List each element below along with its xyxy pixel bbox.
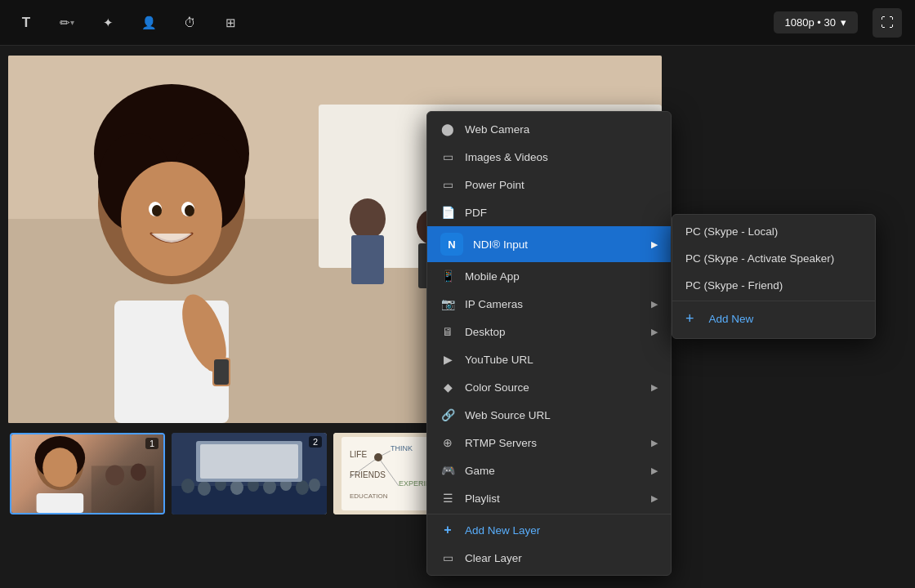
menu-item-playlist[interactable]: ☰ Playlist ▶ (427, 484, 671, 512)
svg-text:FRIENDS: FRIENDS (350, 470, 386, 479)
menu-item-powerpoint[interactable]: ▭ Power Point (427, 171, 671, 198)
svg-point-5 (350, 198, 386, 239)
submenu-item-pc-skype-activate[interactable]: PC (Skype - Activate Speaker) (672, 245, 875, 272)
fullscreen-button[interactable]: ⛶ (873, 8, 902, 38)
svg-point-52 (374, 453, 382, 461)
powerpoint-label: Power Point (465, 179, 658, 191)
mobile-app-icon: 📱 (440, 269, 455, 283)
add-new-label: Add New (709, 313, 754, 325)
ip-cameras-icon: 📷 (440, 296, 455, 311)
clear-layer-icon: ▭ (440, 550, 455, 565)
submenu-item-pc-skype-local[interactable]: PC (Skype - Local) (672, 218, 875, 245)
menu-item-rtmp-servers[interactable]: ⊕ RTMP Servers ▶ (427, 429, 671, 457)
thumbnail-1[interactable]: 1 (10, 433, 165, 514)
menu-item-clear-layer[interactable]: ▭ Clear Layer (427, 544, 671, 572)
game-icon: 🎮 (440, 463, 455, 478)
desktop-label: Desktop (465, 326, 641, 338)
magic-tool[interactable]: ✦ (95, 10, 121, 36)
add-new-layer-label: Add New Layer (465, 524, 658, 537)
timer-tool[interactable]: ⏱ (176, 10, 203, 36)
game-label: Game (465, 465, 641, 477)
color-source-arrow: ▶ (651, 382, 658, 393)
submenu-item-pc-skype-friend[interactable]: PC (Skype - Friend) (672, 272, 875, 299)
svg-text:THINK: THINK (391, 444, 413, 452)
menu-item-images-videos[interactable]: ▭ Images & Videos (427, 143, 671, 171)
playlist-label: Playlist (465, 492, 641, 505)
webcam-icon: ⬤ (440, 122, 455, 136)
svg-point-38 (296, 480, 309, 495)
desktop-arrow: ▶ (651, 327, 658, 337)
clear-layer-label: Clear Layer (465, 552, 658, 564)
desktop-icon: 🖥 (440, 324, 455, 339)
color-source-label: Color Source (465, 381, 641, 394)
web-source-url-icon: 🔗 (440, 408, 455, 422)
grid-tool[interactable]: ⊞ (217, 10, 243, 36)
svg-text:EDUCATION: EDUCATION (350, 492, 388, 500)
color-source-icon: ◆ (440, 380, 455, 394)
rtmp-servers-icon: ⊕ (440, 435, 455, 450)
svg-point-39 (309, 479, 320, 492)
resolution-selector[interactable]: 1080p • 30 ▾ (774, 11, 858, 33)
menu-item-mobile-app[interactable]: 📱 Mobile App (427, 262, 671, 290)
images-videos-label: Images & Videos (465, 151, 658, 163)
menu-item-ip-cameras[interactable]: 📷 IP Cameras ▶ (427, 290, 671, 318)
svg-point-31 (181, 479, 194, 493)
menu-item-webcam[interactable]: ⬤ Web Camera (427, 115, 671, 143)
submenu-divider (672, 301, 875, 301)
pc-skype-activate-label: PC (Skype - Activate Speaker) (685, 252, 834, 265)
thumbnail-1-number: 1 (145, 438, 158, 449)
add-new-layer-icon: + (440, 523, 455, 537)
svg-point-13 (121, 162, 222, 276)
pc-skype-friend-label: PC (Skype - Friend) (685, 279, 783, 292)
playlist-icon: ☰ (440, 491, 455, 506)
mobile-app-label: Mobile App (465, 270, 658, 283)
menu-item-youtube-url[interactable]: ▶ YouTube URL (427, 345, 671, 373)
svg-rect-21 (214, 359, 229, 385)
submenu-ndi: PC (Skype - Local) PC (Skype - Activate … (672, 214, 876, 339)
menu-item-ndi-input[interactable]: N NDI® Input ▶ (427, 226, 671, 262)
pc-skype-local-label: PC (Skype - Local) (685, 225, 778, 238)
svg-point-24 (42, 448, 77, 487)
pencil-tool[interactable]: ✏ ▾ (54, 10, 80, 36)
svg-text:LIFE: LIFE (350, 450, 367, 459)
thumbnail-bg-1 (11, 434, 163, 513)
menu-divider (427, 514, 671, 514)
menu-item-desktop[interactable]: 🖥 Desktop ▶ (427, 318, 671, 345)
ndi-input-arrow: ▶ (651, 239, 658, 250)
youtube-url-icon: ▶ (440, 352, 455, 367)
ndi-input-label: NDI® Input (473, 238, 641, 251)
dropdown-menu: ⬤ Web Camera ▭ Images & Videos ▭ Power P… (426, 111, 672, 576)
thumbnail-bg-2 (172, 433, 327, 514)
svg-rect-25 (37, 493, 84, 513)
ip-cameras-arrow: ▶ (651, 299, 658, 310)
web-source-url-label: Web Source URL (465, 409, 658, 421)
menu-item-game[interactable]: 🎮 Game ▶ (427, 457, 671, 484)
pdf-label: PDF (465, 207, 658, 219)
images-videos-icon: ▭ (440, 149, 455, 164)
rtmp-servers-label: RTMP Servers (465, 437, 641, 449)
menu-item-color-source[interactable]: ◆ Color Source ▶ (427, 373, 671, 401)
ndi-badge-icon: N (440, 233, 463, 256)
pdf-icon: 📄 (440, 205, 455, 220)
thumbnail-2-number: 2 (309, 436, 322, 448)
game-arrow: ▶ (651, 466, 658, 476)
submenu-item-add-new[interactable]: + Add New (672, 303, 875, 335)
toolbar: T ✏ ▾ ✦ 👤 ⏱ ⊞ 1080p • 30 ▾ ⛶ (0, 0, 915, 46)
thumbnail-2[interactable]: 2 (172, 433, 327, 514)
svg-rect-6 (351, 235, 384, 284)
svg-point-34 (230, 480, 243, 495)
menu-item-pdf[interactable]: 📄 PDF (427, 198, 671, 226)
menu-item-add-new-layer[interactable]: + Add New Layer (427, 516, 671, 544)
svg-point-32 (198, 481, 211, 496)
svg-point-17 (185, 205, 194, 216)
add-new-plus-icon: + (685, 310, 694, 327)
svg-point-27 (105, 465, 124, 485)
user-tool[interactable]: 👤 (136, 10, 162, 36)
webcam-label: Web Camera (465, 123, 658, 136)
rtmp-servers-arrow: ▶ (651, 438, 658, 448)
svg-point-16 (152, 205, 162, 216)
svg-point-28 (131, 464, 146, 481)
text-tool[interactable]: T (13, 10, 39, 36)
menu-item-web-source-url[interactable]: 🔗 Web Source URL (427, 401, 671, 429)
playlist-arrow: ▶ (651, 493, 658, 504)
